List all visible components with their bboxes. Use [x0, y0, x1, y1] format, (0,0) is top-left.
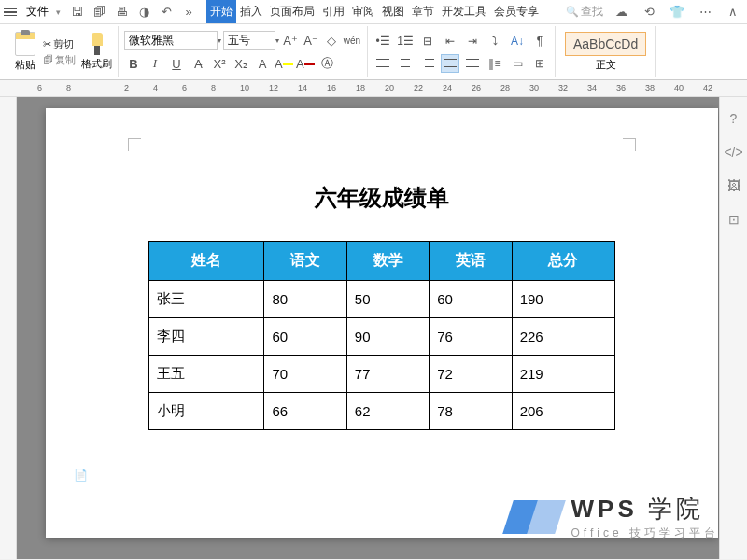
increase-indent-button[interactable]: ⇥	[463, 32, 482, 50]
header-name[interactable]: 姓名	[149, 242, 264, 281]
line-spacing-button[interactable]: ‖≡	[486, 54, 504, 73]
paste-button[interactable]: 粘贴	[11, 30, 39, 74]
document-area: 六年级成绩单 姓名 语文 数学 英语 总分 张三 80 50 60 190	[0, 97, 747, 559]
sort-button[interactable]: A↓	[508, 32, 527, 50]
collapse-ribbon-icon[interactable]: ∧	[726, 5, 740, 20]
align-center-button[interactable]	[396, 54, 415, 73]
underline-button[interactable]: U	[167, 54, 186, 73]
header-total[interactable]: 总分	[512, 242, 614, 281]
more-qat-icon[interactable]: »	[181, 5, 196, 20]
hamburger-icon[interactable]	[4, 7, 17, 18]
settings-icon[interactable]: ⊡	[726, 211, 742, 228]
borders-button[interactable]: ⊞	[530, 54, 549, 73]
shading-button[interactable]: ▭	[508, 54, 527, 73]
cell[interactable]: 62	[346, 393, 429, 430]
phonetic-icon[interactable]: wén	[343, 32, 361, 50]
print-preview-icon[interactable]: 🗐	[92, 5, 106, 20]
cell[interactable]: 190	[512, 281, 614, 318]
font-name-select[interactable]: 微软雅黑	[124, 31, 218, 50]
style-preview[interactable]: AaBbCcDd	[565, 32, 646, 56]
tab-home[interactable]: 开始	[206, 0, 236, 23]
distribute-button[interactable]	[463, 54, 482, 73]
bullets-button[interactable]: •☰	[374, 32, 392, 50]
cell[interactable]: 78	[430, 393, 512, 430]
align-right-button[interactable]	[418, 54, 437, 73]
superscript-button[interactable]: X²	[210, 54, 229, 73]
numbering-button[interactable]: 1☰	[396, 32, 415, 50]
header-chinese[interactable]: 语文	[264, 242, 346, 281]
cell[interactable]: 60	[430, 281, 512, 318]
tab-review[interactable]: 审阅	[348, 0, 378, 23]
cut-button[interactable]: ✂ 剪切	[43, 37, 76, 51]
cell[interactable]: 76	[430, 318, 512, 356]
sync-icon[interactable]: ⟲	[641, 5, 656, 20]
cell[interactable]: 72	[430, 356, 512, 393]
file-dropdown-icon[interactable]: ▾	[56, 7, 61, 17]
cell[interactable]: 226	[512, 318, 614, 356]
cell[interactable]: 90	[346, 318, 429, 356]
decrease-indent-button[interactable]: ⇤	[441, 32, 459, 50]
tab-sections[interactable]: 章节	[408, 0, 438, 23]
tab-view[interactable]: 视图	[378, 0, 408, 23]
strike-button[interactable]: A̵	[189, 54, 207, 73]
cell[interactable]: 206	[512, 393, 614, 430]
header-math[interactable]: 数学	[346, 242, 429, 281]
font-size-select[interactable]: 五号	[223, 31, 275, 50]
undo-icon[interactable]: ↶	[159, 5, 174, 20]
cell[interactable]: 王五	[149, 356, 264, 393]
cell[interactable]: 66	[264, 393, 346, 430]
align-left-button[interactable]	[374, 54, 392, 73]
cell[interactable]: 60	[264, 318, 346, 356]
cell[interactable]: 77	[346, 356, 429, 393]
table-row[interactable]: 张三 80 50 60 190	[149, 281, 615, 318]
subscript-button[interactable]: X₂	[232, 54, 250, 73]
copy-button[interactable]: 🗐 复制	[43, 53, 76, 67]
highlight-button[interactable]: A	[275, 54, 293, 73]
header-english[interactable]: 英语	[430, 242, 512, 281]
search-input[interactable]: 查找	[566, 4, 603, 20]
file-menu[interactable]: 文件	[21, 2, 54, 21]
grades-table[interactable]: 姓名 语文 数学 英语 总分 张三 80 50 60 190 李四	[148, 241, 615, 430]
tab-insert[interactable]: 插入	[236, 0, 266, 23]
multilevel-button[interactable]: ⊟	[418, 32, 437, 50]
image-icon[interactable]: 🖼	[726, 177, 742, 194]
italic-button[interactable]: I	[146, 54, 164, 73]
tab-pagelayout[interactable]: 页面布局	[266, 0, 318, 23]
code-icon[interactable]: </>	[726, 144, 742, 161]
table-row[interactable]: 王五 70 77 72 219	[149, 356, 615, 393]
page[interactable]: 六年级成绩单 姓名 语文 数学 英语 总分 张三 80 50 60 190	[46, 108, 718, 538]
bold-button[interactable]: B	[124, 54, 143, 73]
tab-developer[interactable]: 开发工具	[438, 0, 490, 23]
text-effect-button[interactable]: A	[253, 54, 272, 73]
clear-format-icon[interactable]: ◇	[322, 32, 341, 50]
cell[interactable]: 李四	[149, 318, 264, 356]
tab-member[interactable]: 会员专享	[490, 0, 543, 23]
font-color-button[interactable]: A	[296, 54, 315, 73]
cell[interactable]: 80	[264, 281, 346, 318]
tab-references[interactable]: 引用	[318, 0, 348, 23]
increase-font-icon[interactable]: A⁺	[281, 32, 300, 50]
cell[interactable]: 50	[346, 281, 429, 318]
decrease-font-icon[interactable]: A⁻	[302, 32, 320, 50]
table-row[interactable]: 李四 60 90 76 226	[149, 318, 615, 356]
save-icon[interactable]: 🖫	[69, 5, 84, 20]
cell[interactable]: 张三	[149, 281, 264, 318]
char-border-button[interactable]: Ⓐ	[317, 54, 336, 73]
print-icon[interactable]: 🖶	[114, 5, 129, 20]
align-justify-button[interactable]	[441, 54, 459, 73]
vertical-ruler[interactable]	[0, 97, 17, 559]
text-direction-button[interactable]: ⤵	[486, 32, 504, 50]
more-icon[interactable]: ⋯	[698, 5, 712, 20]
show-marks-button[interactable]: ¶	[530, 32, 549, 50]
skin-icon[interactable]: 👕	[669, 5, 684, 20]
document-title[interactable]: 六年级成绩单	[148, 183, 615, 213]
format-painter-button[interactable]: 格式刷	[81, 33, 112, 71]
help-icon[interactable]: ?	[726, 110, 742, 127]
horizontal-ruler[interactable]: 6824681012141618202224262830323436384042	[0, 80, 747, 97]
cell[interactable]: 70	[264, 356, 346, 393]
preview-icon[interactable]: ◑	[136, 5, 151, 20]
table-row[interactable]: 小明 66 62 78 206	[149, 393, 615, 430]
cloud-icon[interactable]: ☁	[613, 5, 628, 20]
cell[interactable]: 小明	[149, 393, 264, 430]
cell[interactable]: 219	[512, 356, 614, 393]
